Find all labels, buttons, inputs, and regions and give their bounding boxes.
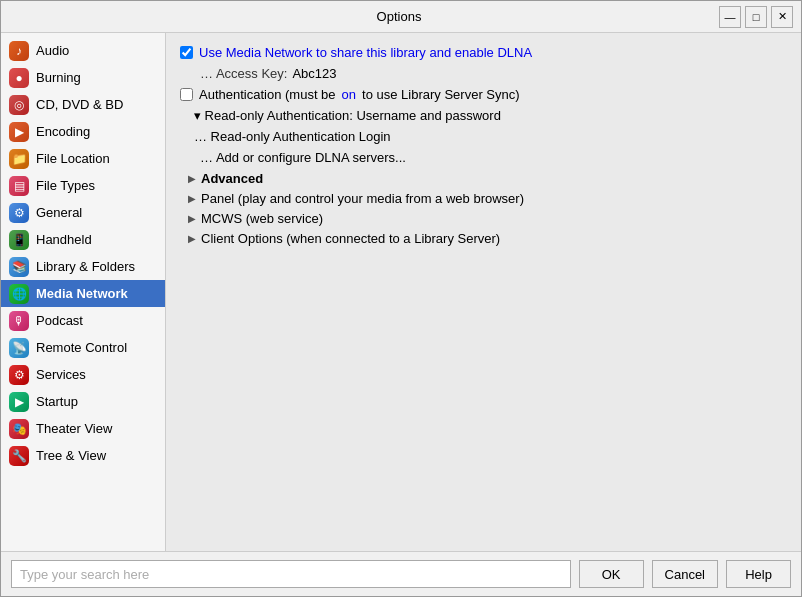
mcws-row[interactable]: ▶ MCWS (web service): [180, 211, 787, 226]
advanced-row[interactable]: ▶ Advanced: [180, 171, 787, 186]
access-key-row: … Access Key: Abc123: [180, 66, 787, 81]
burning-icon: ●: [9, 68, 29, 88]
sidebar: ♪Audio●Burning◎CD, DVD & BD▶Encoding📁Fil…: [1, 33, 166, 551]
audio-icon: ♪: [9, 41, 29, 61]
sidebar-item-label-theater: Theater View: [36, 421, 112, 436]
sidebar-item-cd[interactable]: ◎CD, DVD & BD: [1, 91, 165, 118]
readonly-auth-label: ▾ Read-only Authentication: Username and…: [194, 108, 501, 123]
services-icon: ⚙: [9, 365, 29, 385]
options-window: Options — □ ✕ ♪Audio●Burning◎CD, DVD & B…: [0, 0, 802, 597]
dlna-servers-label: … Add or configure DLNA servers...: [200, 150, 406, 165]
sidebar-item-label-podcast: Podcast: [36, 313, 83, 328]
window-title: Options: [79, 9, 719, 24]
library-icon: 📚: [9, 257, 29, 277]
sidebar-item-label-burning: Burning: [36, 70, 81, 85]
sidebar-item-encoding[interactable]: ▶Encoding: [1, 118, 165, 145]
sidebar-item-label-tree: Tree & View: [36, 448, 106, 463]
sidebar-item-label-remote: Remote Control: [36, 340, 127, 355]
client-arrow: ▶: [188, 233, 196, 244]
readonly-login-row[interactable]: … Read-only Authentication Login: [180, 129, 787, 144]
sidebar-item-tree[interactable]: 🔧Tree & View: [1, 442, 165, 469]
dlna-checkbox[interactable]: [180, 46, 193, 59]
bottom-bar: OK Cancel Help: [1, 551, 801, 596]
sidebar-item-label-filetypes: File Types: [36, 178, 95, 193]
theater-icon: 🎭: [9, 419, 29, 439]
sidebar-item-burning[interactable]: ●Burning: [1, 64, 165, 91]
ok-button[interactable]: OK: [579, 560, 644, 588]
sidebar-item-filelocation[interactable]: 📁File Location: [1, 145, 165, 172]
filelocation-icon: 📁: [9, 149, 29, 169]
filetypes-icon: ▤: [9, 176, 29, 196]
sidebar-item-theater[interactable]: 🎭Theater View: [1, 415, 165, 442]
main-checkbox-row: Use Media Network to share this library …: [180, 45, 787, 60]
client-options-row[interactable]: ▶ Client Options (when connected to a Li…: [180, 231, 787, 246]
sidebar-item-label-filelocation: File Location: [36, 151, 110, 166]
maximize-button[interactable]: □: [745, 6, 767, 28]
minimize-button[interactable]: —: [719, 6, 741, 28]
sidebar-item-label-cd: CD, DVD & BD: [36, 97, 123, 112]
sidebar-item-library[interactable]: 📚Library & Folders: [1, 253, 165, 280]
advanced-arrow: ▶: [188, 173, 196, 184]
sidebar-item-label-encoding: Encoding: [36, 124, 90, 139]
sidebar-item-label-medianetwork: Media Network: [36, 286, 128, 301]
remote-icon: 📡: [9, 338, 29, 358]
panel-label: Panel (play and control your media from …: [201, 191, 524, 206]
sidebar-item-handheld[interactable]: 📱Handheld: [1, 226, 165, 253]
panel-row[interactable]: ▶ Panel (play and control your media fro…: [180, 191, 787, 206]
general-icon: ⚙: [9, 203, 29, 223]
auth-checkbox[interactable]: [180, 88, 193, 101]
sidebar-item-services[interactable]: ⚙Services: [1, 361, 165, 388]
mcws-label: MCWS (web service): [201, 211, 323, 226]
cancel-button[interactable]: Cancel: [652, 560, 718, 588]
help-button[interactable]: Help: [726, 560, 791, 588]
dlna-servers-row[interactable]: … Add or configure DLNA servers...: [180, 150, 787, 165]
medianetwork-icon: 🌐: [9, 284, 29, 304]
auth-link[interactable]: on: [342, 87, 356, 102]
sidebar-item-startup[interactable]: ▶Startup: [1, 388, 165, 415]
panel-arrow: ▶: [188, 193, 196, 204]
mcws-arrow: ▶: [188, 213, 196, 224]
title-bar-buttons: — □ ✕: [719, 6, 793, 28]
auth-checkbox-row: Authentication (must be on to use Librar…: [180, 87, 787, 102]
readonly-login-label: … Read-only Authentication Login: [194, 129, 391, 144]
tree-icon: 🔧: [9, 446, 29, 466]
sidebar-item-label-handheld: Handheld: [36, 232, 92, 247]
auth-label-before: Authentication (must be: [199, 87, 336, 102]
cd-icon: ◎: [9, 95, 29, 115]
sidebar-item-filetypes[interactable]: ▤File Types: [1, 172, 165, 199]
podcast-icon: 🎙: [9, 311, 29, 331]
close-button[interactable]: ✕: [771, 6, 793, 28]
handheld-icon: 📱: [9, 230, 29, 250]
sidebar-item-medianetwork[interactable]: 🌐Media Network: [1, 280, 165, 307]
main-content: ♪Audio●Burning◎CD, DVD & BD▶Encoding📁Fil…: [1, 33, 801, 551]
title-bar: Options — □ ✕: [1, 1, 801, 33]
sidebar-item-label-general: General: [36, 205, 82, 220]
startup-icon: ▶: [9, 392, 29, 412]
sidebar-item-label-startup: Startup: [36, 394, 78, 409]
sidebar-item-podcast[interactable]: 🎙Podcast: [1, 307, 165, 334]
sidebar-item-label-library: Library & Folders: [36, 259, 135, 274]
content-area: Use Media Network to share this library …: [166, 33, 801, 551]
sidebar-item-label-services: Services: [36, 367, 86, 382]
sidebar-item-remote[interactable]: 📡Remote Control: [1, 334, 165, 361]
sidebar-item-general[interactable]: ⚙General: [1, 199, 165, 226]
sidebar-item-audio[interactable]: ♪Audio: [1, 37, 165, 64]
search-input[interactable]: [11, 560, 571, 588]
access-key-value: Abc123: [292, 66, 336, 81]
encoding-icon: ▶: [9, 122, 29, 142]
dlna-label: Use Media Network to share this library …: [199, 45, 532, 60]
sidebar-item-label-audio: Audio: [36, 43, 69, 58]
readonly-auth-row[interactable]: ▾ Read-only Authentication: Username and…: [180, 108, 787, 123]
access-key-prefix: … Access Key:: [200, 66, 287, 81]
advanced-label: Advanced: [201, 171, 263, 186]
auth-label-after: to use Library Server Sync): [362, 87, 520, 102]
client-label: Client Options (when connected to a Libr…: [201, 231, 500, 246]
